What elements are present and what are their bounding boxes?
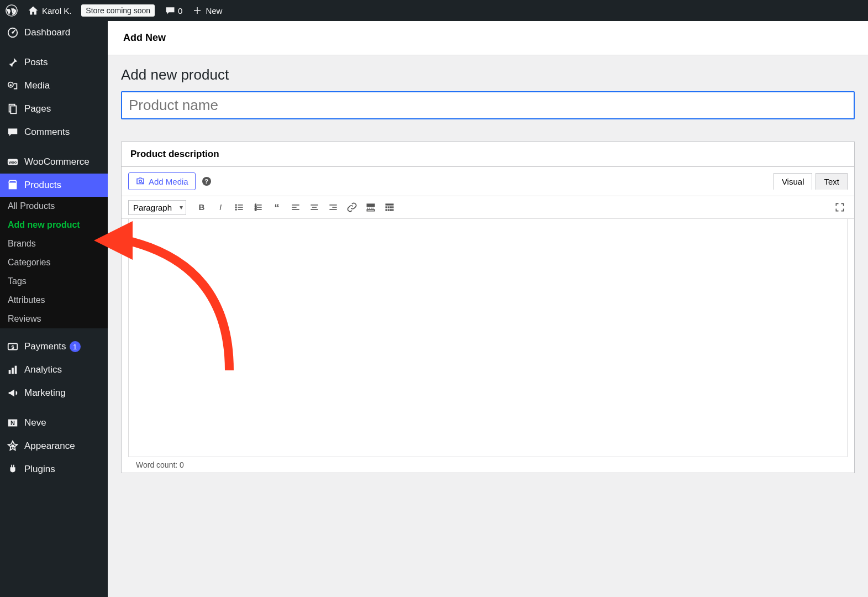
bullet-list-button[interactable]: [232, 200, 247, 215]
sidebar-item-pages[interactable]: Pages: [0, 97, 108, 121]
svg-text:woo: woo: [8, 160, 17, 165]
editor-content-area[interactable]: [128, 219, 848, 457]
svg-text:I: I: [219, 202, 222, 212]
format-select[interactable]: Paragraph: [128, 200, 186, 215]
svg-rect-50: [386, 209, 387, 211]
sidebar-item-dashboard[interactable]: Dashboard: [0, 21, 108, 44]
sidebar-item-payments[interactable]: $ Payments 1: [0, 335, 108, 358]
comments-link[interactable]: 0: [165, 5, 182, 16]
sidebar-item-media[interactable]: Media: [0, 74, 108, 97]
sidebar-item-label: Plugins: [24, 464, 55, 475]
sidebar-item-comments[interactable]: Comments: [0, 121, 108, 144]
appearance-icon: [7, 440, 19, 452]
fullscreen-button[interactable]: [832, 200, 848, 215]
sidebar-item-label: Appearance: [24, 441, 75, 452]
help-icon[interactable]: ?: [202, 177, 211, 186]
plus-icon: [192, 6, 202, 15]
pin-icon: [7, 56, 19, 69]
payments-icon: $: [7, 341, 19, 353]
sidebar-item-label: Analytics: [24, 364, 62, 375]
page-header-bar: Add New: [108, 21, 868, 55]
sidebar-item-analytics[interactable]: Analytics: [0, 358, 108, 381]
payments-badge: 1: [70, 341, 81, 352]
sidebar-item-label: Neve: [24, 417, 46, 428]
postbox-title: Product description: [122, 142, 854, 167]
plugins-icon: [7, 463, 19, 475]
comment-icon: [7, 126, 19, 138]
svg-rect-46: [386, 206, 387, 208]
editor-toolbar: Paragraph B I 123 “: [122, 196, 854, 219]
sidebar-item-label: Posts: [24, 57, 48, 68]
submenu-all-products[interactable]: All Products: [0, 197, 108, 216]
store-status-badge[interactable]: Store coming soon: [81, 4, 155, 17]
align-left-button[interactable]: [288, 200, 303, 215]
svg-point-20: [235, 205, 236, 206]
submenu-tags[interactable]: Tags: [0, 272, 108, 291]
products-submenu: All Products Add new product Brands Cate…: [0, 197, 108, 328]
svg-rect-47: [388, 206, 390, 208]
bold-button[interactable]: B: [194, 200, 209, 215]
sidebar-item-woocommerce[interactable]: woo WooCommerce: [0, 150, 108, 174]
home-icon: [28, 5, 39, 16]
sidebar-item-label: Products: [24, 180, 61, 191]
submenu-reviews[interactable]: Reviews: [0, 310, 108, 328]
align-right-button[interactable]: [325, 200, 341, 215]
align-center-button[interactable]: [307, 200, 322, 215]
site-name: Karol K.: [42, 6, 71, 15]
insert-more-button[interactable]: [363, 200, 378, 215]
sidebar-item-marketing[interactable]: Marketing: [0, 381, 108, 405]
sidebar-item-neve[interactable]: N Neve: [0, 411, 108, 434]
svg-rect-45: [386, 203, 394, 205]
svg-text:3: 3: [255, 208, 256, 211]
submenu-attributes[interactable]: Attributes: [0, 291, 108, 310]
dashboard-icon: [7, 27, 19, 39]
toolbar-toggle-button[interactable]: [382, 200, 397, 215]
svg-rect-13: [15, 366, 17, 374]
submenu-brands[interactable]: Brands: [0, 234, 108, 253]
sidebar-item-label: Dashboard: [24, 27, 70, 38]
svg-point-2: [12, 32, 14, 34]
analytics-icon: [7, 364, 19, 376]
wordpress-logo-icon[interactable]: [6, 4, 18, 17]
submenu-add-new-product[interactable]: Add new product: [0, 216, 108, 234]
product-name-input[interactable]: [121, 91, 855, 119]
svg-rect-53: [392, 209, 394, 211]
add-media-button[interactable]: Add Media: [128, 172, 196, 190]
sidebar-item-label: Comments: [24, 127, 70, 138]
sidebar-item-appearance[interactable]: Appearance: [0, 434, 108, 458]
sidebar-item-plugins[interactable]: Plugins: [0, 458, 108, 481]
svg-rect-5: [10, 106, 16, 114]
admin-bar: Karol K. Store coming soon 0 New: [0, 0, 868, 21]
product-description-box: Product description Add Media ? Visual T…: [121, 142, 855, 473]
new-content-link[interactable]: New: [192, 6, 222, 15]
sidebar-item-posts[interactable]: Posts: [0, 51, 108, 74]
main-content: Add New Add new product Product descript…: [108, 21, 868, 597]
svg-point-17: [139, 180, 142, 183]
comment-icon: [165, 5, 176, 16]
products-icon: [7, 179, 19, 191]
svg-rect-12: [12, 368, 14, 374]
svg-rect-49: [392, 206, 394, 208]
new-label: New: [206, 6, 222, 15]
marketing-icon: [7, 387, 19, 399]
numbered-list-button[interactable]: 123: [250, 200, 266, 215]
italic-button[interactable]: I: [213, 200, 228, 215]
comments-count: 0: [178, 6, 182, 15]
page-header-title: Add New: [123, 32, 853, 44]
blockquote-button[interactable]: “: [269, 200, 285, 215]
editor-tab-text[interactable]: Text: [816, 173, 848, 190]
link-button[interactable]: [344, 200, 360, 215]
sidebar-item-products[interactable]: Products: [0, 174, 108, 197]
svg-text:N: N: [10, 420, 15, 426]
word-count: Word count: 0: [128, 457, 848, 473]
submenu-categories[interactable]: Categories: [0, 253, 108, 272]
admin-sidebar: Dashboard Posts Media Pages Comments woo…: [0, 21, 108, 597]
svg-rect-44: [367, 210, 374, 211]
svg-text:$: $: [11, 344, 14, 350]
svg-rect-51: [388, 209, 390, 211]
sidebar-item-label: Marketing: [24, 387, 66, 399]
editor-tab-visual[interactable]: Visual: [774, 173, 813, 190]
site-home-link[interactable]: Karol K.: [28, 5, 71, 16]
woo-icon: woo: [7, 156, 19, 168]
svg-text:B: B: [199, 202, 205, 212]
